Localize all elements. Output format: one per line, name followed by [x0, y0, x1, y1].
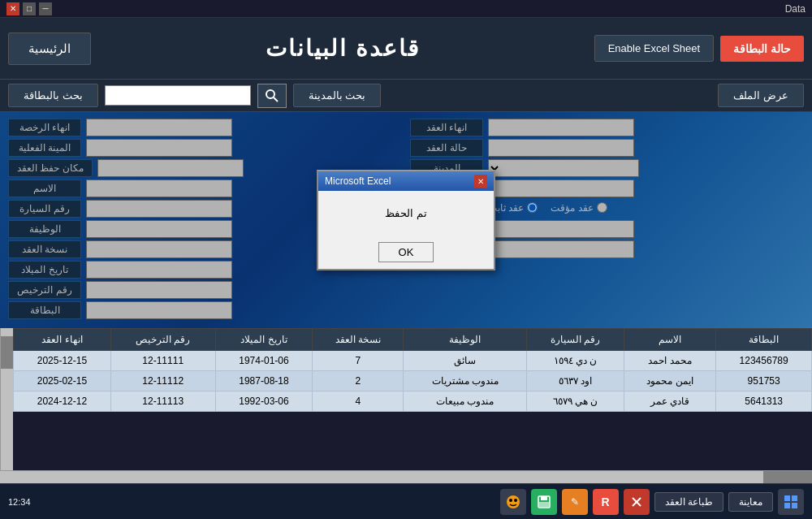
- search-input[interactable]: [105, 85, 251, 106]
- enable-excel-button[interactable]: Enable Excel Sheet: [594, 35, 714, 62]
- cell-contract-copy: 4: [313, 391, 404, 412]
- svg-rect-4: [784, 503, 790, 508]
- toolbar2-left: بحث بالمدينة بحث بالبطاقة: [8, 84, 381, 108]
- cell-license: 12-11111: [110, 351, 215, 371]
- toolbar-right: حالة البطاقة Enable Excel Sheet: [594, 35, 804, 62]
- cell-contract-copy: 7: [313, 351, 404, 371]
- window-title: Data: [785, 3, 806, 15]
- print-contract-item[interactable]: طباعة العقد: [654, 492, 723, 512]
- cell-car: ن هي ٦٥٧٩: [527, 391, 624, 412]
- table-row[interactable]: 123456789 محمد احمد ن دي ١٥٩٤ سائق 7 197…: [14, 351, 812, 371]
- table-header: البطاقة الاسم رقم السيارة الوظيفة نسخة ا…: [14, 329, 812, 351]
- close-button[interactable]: ✕: [6, 2, 19, 15]
- cell-name: محمد احمد: [624, 351, 716, 371]
- app-icon-2-label: ✎: [571, 496, 579, 508]
- app-icon-label: R: [602, 495, 610, 508]
- svg-rect-3: [792, 495, 797, 501]
- show-file-button[interactable]: عرض الملف: [718, 84, 804, 107]
- toolbar-center: قاعدة البيانات: [91, 35, 594, 62]
- data-table: البطاقة الاسم رقم السيارة الوظيفة نسخة ا…: [13, 328, 812, 412]
- col-job: الوظيفة: [404, 329, 527, 351]
- taskbar: معاينة طباعة العقد R ✎: [0, 483, 812, 519]
- search-icon-button[interactable]: [257, 84, 287, 108]
- cell-car: ن دي ١٥٩٤: [527, 351, 624, 371]
- svg-rect-5: [792, 503, 797, 508]
- app-icon-1[interactable]: R: [593, 489, 619, 515]
- cell-name: قادي عمر: [624, 391, 716, 412]
- print-contract-label: طباعة العقد: [665, 496, 713, 508]
- minimize-button[interactable]: ─: [39, 2, 52, 15]
- window-controls: ─ □ ✕: [6, 2, 52, 15]
- cell-card: 5641313: [716, 391, 812, 412]
- table-row[interactable]: 5641313 قادي عمر ن هي ٦٥٧٩ مندوب مبيعات …: [14, 391, 812, 412]
- modal-ok-button[interactable]: OK: [378, 242, 434, 262]
- table-row[interactable]: 951753 ايمن محمود اود ٥٦٣٧ مندوب مشتريات…: [14, 371, 812, 391]
- modal-title: Microsoft Excel: [325, 175, 391, 187]
- toolbar-left: الرئيسية: [8, 32, 91, 65]
- vertical-scrollbar[interactable]: [0, 328, 13, 470]
- col-name: الاسم: [624, 329, 716, 351]
- h-scrollbar-thumb: [763, 471, 812, 483]
- svg-line-1: [274, 97, 278, 102]
- modal-footer: OK: [318, 236, 494, 269]
- search-card-button[interactable]: بحث بالبطاقة: [8, 84, 98, 107]
- app-icon-2[interactable]: ✎: [562, 489, 588, 515]
- cell-birthdate: 1974-01-06: [215, 351, 313, 371]
- table-area: البطاقة الاسم رقم السيارة الوظيفة نسخة ا…: [0, 328, 812, 470]
- excel-modal: Microsoft Excel ✕ تم الحفظ OK: [317, 170, 495, 270]
- taskbar-time: 12:34: [8, 497, 31, 507]
- cell-name: ايمن محمود: [624, 371, 716, 391]
- main-toolbar: حالة البطاقة Enable Excel Sheet قاعدة ال…: [0, 18, 812, 80]
- svg-point-0: [266, 90, 274, 98]
- svg-rect-10: [539, 502, 549, 507]
- modal-titlebar: Microsoft Excel ✕: [318, 171, 494, 191]
- modal-message: تم الحفظ: [385, 207, 427, 219]
- x-icon: [630, 495, 643, 508]
- app-icon-3[interactable]: [531, 489, 557, 515]
- app-icon-4[interactable]: [500, 489, 526, 515]
- cell-job: مندوب مبيعات: [404, 391, 527, 412]
- preview-item[interactable]: معاينة: [728, 492, 773, 512]
- cell-contract-end: 2025-12-15: [14, 351, 111, 371]
- table-header-row: البطاقة الاسم رقم السيارة الوظيفة نسخة ا…: [14, 329, 812, 351]
- cell-card: 123456789: [716, 351, 812, 371]
- maximize-button[interactable]: □: [23, 2, 36, 15]
- cell-contract-end: 2025-02-15: [14, 371, 111, 391]
- taskbar-items: معاينة طباعة العقد R ✎: [500, 489, 804, 515]
- col-license: رقم الترخيص: [110, 329, 215, 351]
- title-bar: Data ─ □ ✕: [0, 0, 812, 18]
- toolbar2-right: عرض الملف: [718, 84, 804, 107]
- cell-car: اود ٥٦٣٧: [527, 371, 624, 391]
- cell-job: سائق: [404, 351, 527, 371]
- secondary-toolbar: عرض الملف بحث بالمدينة بحث بالبطاقة: [0, 80, 812, 112]
- svg-point-13: [514, 499, 517, 502]
- svg-rect-9: [541, 496, 547, 500]
- modal-overlay: Microsoft Excel ✕ تم الحفظ OK: [0, 112, 812, 328]
- cell-contract-end: 2024-12-12: [14, 391, 111, 412]
- modal-body: تم الحفظ: [318, 191, 494, 236]
- col-car: رقم السيارة: [527, 329, 624, 351]
- col-birthdate: تاريخ الميلاد: [215, 329, 313, 351]
- grid-icon: [783, 494, 799, 510]
- home-button[interactable]: الرئيسية: [8, 32, 91, 65]
- taskbar-icon-1[interactable]: [778, 489, 804, 515]
- col-card: البطاقة: [716, 329, 812, 351]
- animal-icon: [505, 494, 521, 510]
- col-contract-copy: نسخة العقد: [313, 329, 404, 351]
- svg-point-12: [509, 499, 512, 502]
- cell-card: 951753: [716, 371, 812, 391]
- horizontal-scrollbar[interactable]: [0, 470, 812, 483]
- app-title: قاعدة البيانات: [266, 36, 420, 61]
- save-icon: [537, 495, 551, 509]
- card-status-button[interactable]: حالة البطاقة: [720, 36, 804, 62]
- svg-rect-2: [784, 495, 790, 501]
- preview-label: معاينة: [739, 496, 762, 508]
- close-icon-taskbar[interactable]: [624, 489, 650, 515]
- cell-birthdate: 1992-03-06: [215, 391, 313, 412]
- table-scroll[interactable]: البطاقة الاسم رقم السيارة الوظيفة نسخة ا…: [13, 328, 812, 470]
- cell-job: مندوب مشتريات: [404, 371, 527, 391]
- svg-point-11: [507, 495, 520, 508]
- search-city-button[interactable]: بحث بالمدينة: [293, 84, 382, 107]
- scrollbar-thumb: [1, 336, 13, 369]
- modal-close-button[interactable]: ✕: [474, 175, 487, 188]
